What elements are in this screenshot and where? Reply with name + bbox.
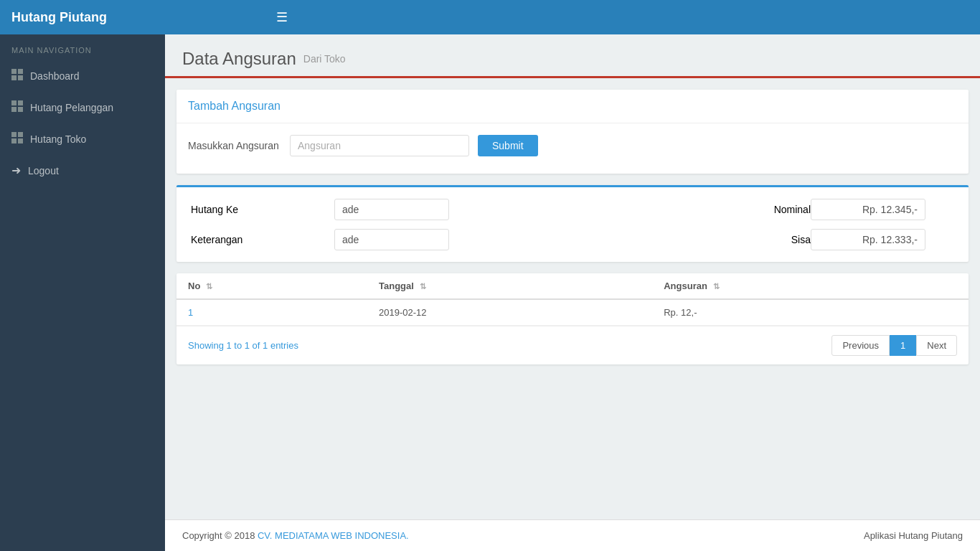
sidebar-item-logout-label: Logout: [28, 165, 59, 176]
angsuran-table: No ⇅ Tanggal ⇅ Angsuran ⇅: [176, 273, 969, 326]
col-angsuran-label: Angsuran: [664, 281, 707, 291]
sidebar-item-hutang-toko[interactable]: Hutang Toko: [0, 123, 165, 155]
svg-rect-1: [18, 69, 23, 74]
table-row: 1 2019-02-12 Rp. 12,-: [176, 299, 969, 326]
submit-button[interactable]: Submit: [478, 135, 538, 156]
cell-tanggal: 2019-02-12: [367, 299, 652, 326]
next-button[interactable]: Next: [916, 335, 957, 356]
page-title: Data Angsuran: [182, 49, 296, 69]
cell-angsuran: Rp. 12,-: [652, 299, 969, 326]
footer-copyright: Copyright © 2018: [182, 530, 258, 541]
table-header-row: No ⇅ Tanggal ⇅ Angsuran ⇅: [176, 273, 969, 299]
page-1-button[interactable]: 1: [890, 335, 916, 356]
hutang-ke-label: Hutang Ke: [191, 204, 334, 215]
svg-rect-0: [11, 69, 17, 74]
sisa-label: Sisa: [791, 234, 811, 245]
nominal-label: Nominal: [774, 204, 811, 215]
svg-rect-6: [11, 107, 17, 112]
sidebar-item-hutang-toko-label: Hutang Toko: [30, 133, 86, 145]
hutang-pelanggan-icon: [11, 100, 23, 115]
table-card: No ⇅ Tanggal ⇅ Angsuran ⇅: [176, 273, 969, 364]
sort-angsuran-icon: ⇅: [713, 282, 720, 291]
svg-rect-2: [11, 75, 17, 80]
app-title: Hutang Piutang: [11, 10, 107, 25]
footer-app-name: Aplikasi Hutang Piutang: [864, 530, 963, 541]
hutang-ke-value: ade: [334, 199, 449, 220]
logout-icon: ➜: [11, 164, 21, 177]
col-angsuran[interactable]: Angsuran ⇅: [652, 273, 969, 299]
footer-company-link[interactable]: CV. MEDIATAMA WEB INDONESIA.: [258, 530, 409, 541]
info-card: Hutang Ke ade Nominal Rp. 12.345,- Keter…: [176, 185, 969, 262]
hutang-toko-icon: [11, 132, 23, 146]
hamburger-icon[interactable]: ☰: [276, 9, 288, 25]
sidebar-item-dashboard[interactable]: Dashboard: [0, 60, 165, 92]
col-tanggal[interactable]: Tanggal ⇅: [367, 273, 652, 299]
sort-tanggal-icon: ⇅: [420, 282, 426, 291]
tambah-angsuran-title: Tambah Angsuran: [176, 90, 969, 123]
col-no[interactable]: No ⇅: [176, 273, 367, 299]
cell-no[interactable]: 1: [176, 299, 367, 326]
svg-rect-4: [11, 100, 17, 105]
footer: Copyright © 2018 CV. MEDIATAMA WEB INDON…: [165, 519, 980, 551]
main-content: Data Angsuran Dari Toko Tambah Angsuran …: [165, 34, 980, 551]
page-header: Data Angsuran Dari Toko: [165, 34, 980, 78]
svg-rect-10: [11, 138, 17, 143]
sisa-value: Rp. 12.333,-: [811, 229, 925, 250]
col-tanggal-label: Tanggal: [379, 281, 414, 291]
keterangan-value: ade: [334, 229, 449, 250]
keterangan-label: Keterangan: [191, 234, 334, 245]
sidebar-item-dashboard-label: Dashboard: [30, 70, 80, 82]
svg-rect-7: [18, 107, 23, 112]
svg-rect-11: [18, 138, 23, 143]
col-no-label: No: [188, 281, 200, 291]
table-footer: Showing 1 to 1 of 1 entries Previous 1 N…: [176, 326, 969, 364]
sidebar: MAIN NAVIGATION Dashboard Hutang Pelangg…: [0, 34, 165, 551]
svg-rect-8: [11, 132, 17, 137]
sidebar-item-hutang-pelanggan[interactable]: Hutang Pelanggan: [0, 92, 165, 123]
sidebar-item-hutang-pelanggan-label: Hutang Pelanggan: [30, 102, 113, 113]
sidebar-item-logout[interactable]: ➜ Logout: [0, 155, 165, 186]
angsuran-input[interactable]: [290, 135, 469, 156]
table-info: Showing 1 to 1 of 1 entries: [188, 340, 298, 351]
masukkan-angsuran-label: Masukkan Angsuran: [188, 140, 281, 151]
sort-no-icon: ⇅: [206, 282, 212, 291]
svg-rect-9: [18, 132, 23, 137]
svg-rect-3: [18, 75, 23, 80]
svg-rect-5: [18, 100, 23, 105]
sidebar-nav-label: MAIN NAVIGATION: [0, 34, 165, 60]
tambah-angsuran-card: Tambah Angsuran Masukkan Angsuran Submit: [176, 90, 969, 174]
pagination: Previous 1 Next: [831, 335, 957, 356]
nominal-value: Rp. 12.345,-: [811, 199, 925, 220]
dashboard-icon: [11, 69, 23, 83]
page-subtitle: Dari Toko: [303, 53, 346, 65]
previous-button[interactable]: Previous: [831, 335, 890, 356]
